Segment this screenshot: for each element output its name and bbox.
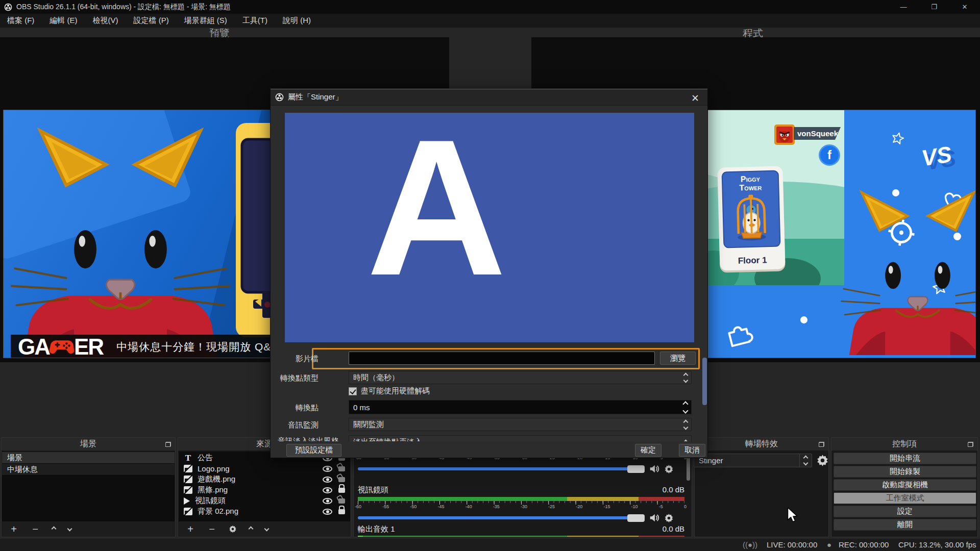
start-streaming-button[interactable]: 開始串流 — [834, 453, 976, 464]
cat-avatar-program — [834, 187, 976, 355]
source-name: 遊戲機.png — [198, 474, 317, 484]
visibility-eye-icon[interactable] — [323, 498, 332, 504]
channel-gear-icon[interactable] — [664, 464, 674, 474]
scene-row[interactable]: 中場休息 — [2, 464, 175, 475]
volume-slider-handle[interactable] — [627, 514, 645, 522]
volume-slider-handle[interactable] — [627, 465, 645, 473]
volume-meter — [358, 497, 684, 501]
meter-scale: -60-55-50-45-40-35-30-25-20-15-10-50 — [358, 501, 684, 509]
restore-button[interactable]: ❐ — [919, 0, 949, 14]
unlock-icon[interactable] — [338, 466, 345, 471]
source-row[interactable]: 視訊鏡頭 — [179, 495, 350, 506]
bird-cage-illustration — [732, 193, 771, 242]
unlock-icon[interactable] — [338, 498, 345, 504]
menu-tools[interactable]: 工具(T) — [242, 16, 267, 26]
defaults-button[interactable]: 預設設定檔 — [286, 444, 341, 457]
rec-dot-icon: ● — [827, 540, 831, 549]
sources-list: T 公告 Logo.png 遊戲機.png 黑條.png — [179, 452, 350, 521]
dialog-title-bar[interactable]: 屬性「Stinger」 ✕ — [271, 89, 707, 106]
volume-slider[interactable] — [358, 467, 642, 470]
piggy-tower-card: Piggy Tower Floor 1 — [717, 166, 785, 270]
lock-icon[interactable] — [338, 488, 345, 493]
menu-profile[interactable]: 設定檔 (P) — [134, 16, 169, 26]
menu-file[interactable]: 檔案 (F) — [7, 16, 34, 26]
facebook-icon: f — [819, 144, 840, 166]
source-move-down-button[interactable] — [264, 527, 270, 532]
exit-button[interactable]: 離開 — [834, 519, 976, 531]
source-move-up-button[interactable] — [249, 527, 254, 532]
settings-button[interactable]: 設定 — [834, 506, 976, 517]
visibility-eye-icon[interactable] — [323, 487, 332, 493]
ok-button[interactable]: 確定 — [635, 444, 662, 457]
source-row[interactable]: 遊戲機.png — [179, 474, 350, 485]
source-row[interactable]: 黑條.png — [179, 485, 350, 495]
meter-scale-tick: -50 — [410, 504, 416, 509]
start-recording-button[interactable]: 開始錄製 — [834, 466, 976, 478]
obs-logo-icon — [4, 3, 12, 11]
scene-name: 場景 — [7, 453, 169, 463]
player-name-badge: vonSqueek — [794, 127, 841, 140]
live-signal-icon: ((●)) — [743, 540, 757, 549]
dialog-close-icon[interactable]: ✕ — [689, 92, 701, 104]
add-source-button[interactable]: + — [186, 524, 195, 534]
visibility-eye-icon[interactable] — [323, 466, 332, 472]
speaker-icon[interactable] — [649, 512, 660, 523]
volume-slider[interactable] — [358, 516, 642, 519]
menu-scene-collection[interactable]: 場景群組 (S) — [184, 16, 227, 26]
tp-spinbox[interactable]: 0 ms — [349, 400, 692, 414]
spin-up-icon[interactable] — [682, 401, 688, 407]
channel-db: 0.0 dB — [663, 485, 684, 495]
browse-button[interactable]: 瀏覽 — [660, 352, 696, 365]
scene-move-up-button[interactable] — [52, 527, 57, 532]
source-row[interactable]: 背景 02.png — [179, 506, 350, 517]
menu-view[interactable]: 檢視(V) — [93, 16, 118, 26]
defaults-label: 預設設定檔 — [295, 445, 333, 455]
mixer-channel: 輸出音效 1 0.0 dB — [358, 524, 684, 537]
lock-icon[interactable] — [338, 509, 345, 514]
fade-select[interactable]: 淡出至轉換點再淡入 — [349, 435, 692, 441]
close-button[interactable]: ✕ — [949, 0, 980, 14]
scene-move-down-button[interactable] — [67, 527, 72, 532]
visibility-eye-icon[interactable] — [323, 477, 332, 483]
cancel-button[interactable]: 取消 — [679, 444, 705, 457]
image-source-icon — [184, 486, 192, 494]
meter-scale-tick: 0 — [684, 504, 687, 509]
studio-mode-button[interactable]: 工作室模式 — [834, 492, 976, 504]
source-name: 背景 02.png — [198, 507, 317, 516]
tp-type-select[interactable]: 時間（毫秒） — [349, 371, 692, 384]
file-path-input[interactable] — [349, 352, 655, 365]
hw-decode-checkbox[interactable] — [349, 387, 357, 395]
spin-down-icon[interactable] — [682, 408, 688, 413]
popout-icon[interactable] — [165, 442, 171, 447]
media-source-icon — [184, 497, 190, 505]
source-row[interactable]: Logo.png — [179, 463, 350, 474]
visibility-eye-icon[interactable] — [323, 509, 332, 515]
menu-edit[interactable]: 編輯 (E) — [50, 16, 77, 26]
channel-gear-icon[interactable] — [664, 513, 674, 523]
start-virtual-camera-button[interactable]: 啟動虛擬相機 — [834, 479, 976, 491]
controls-panel: 控制項 開始串流 開始錄製 啟動虛擬相機 工作室模式 設定 離開 — [831, 437, 978, 537]
monitor-select[interactable]: 關閉監測 — [349, 418, 692, 431]
window-title: OBS Studio 26.1.1 (64-bit, windows) - 設定… — [16, 3, 231, 12]
meter-scale-tick: -60 — [355, 504, 361, 509]
remove-source-button[interactable]: − — [207, 524, 216, 534]
popout-icon[interactable] — [819, 442, 824, 447]
dialog-scrollbar[interactable] — [702, 358, 707, 405]
meter-scale-tick: -35 — [493, 504, 500, 509]
remove-scene-button[interactable]: − — [31, 524, 40, 534]
fade-label: 音訊淡入淡出風格 — [271, 436, 339, 441]
speaker-icon[interactable] — [649, 463, 660, 474]
scene-row[interactable]: 場景 — [2, 452, 175, 463]
popout-icon[interactable] — [968, 442, 973, 447]
channel-name: 視訊鏡頭 — [358, 485, 388, 495]
transition-select[interactable]: Stinger — [694, 454, 812, 467]
unlock-icon[interactable] — [338, 477, 345, 482]
minimize-button[interactable]: — — [888, 0, 919, 14]
image-source-icon — [184, 465, 192, 472]
source-name: Logo.png — [198, 464, 317, 473]
menu-help[interactable]: 說明 (H) — [283, 16, 311, 26]
add-scene-button[interactable]: + — [9, 524, 18, 534]
transitions-panel: 轉場特效 Stinger — [694, 437, 829, 537]
source-properties-gear-icon[interactable] — [229, 525, 237, 533]
transition-properties-gear-icon[interactable] — [816, 454, 829, 467]
